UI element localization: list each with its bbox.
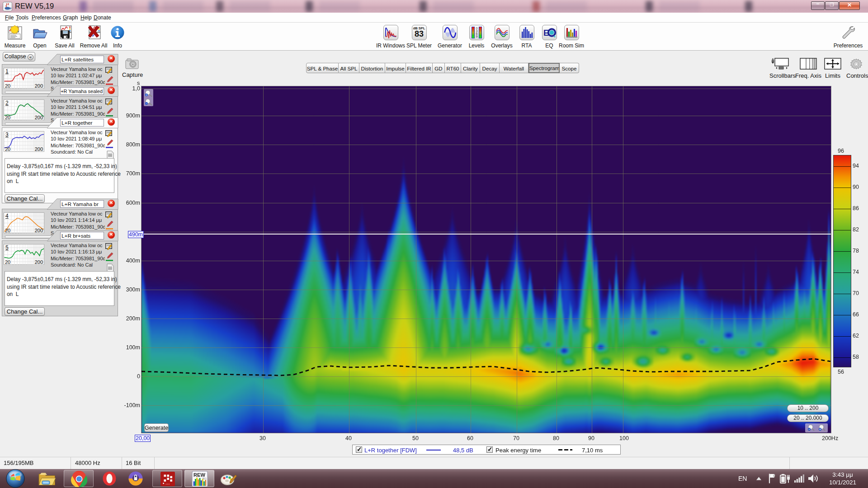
svg-text:REW: REW: [193, 472, 205, 478]
